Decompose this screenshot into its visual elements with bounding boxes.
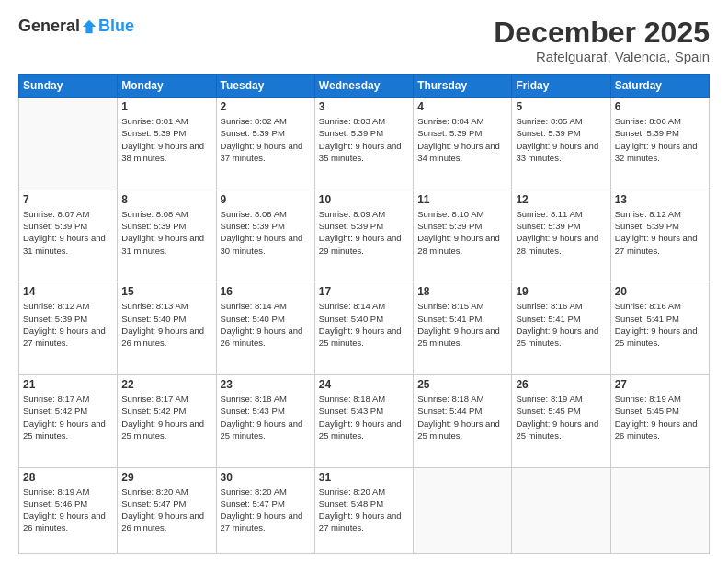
day-number: 5: [516, 100, 606, 113]
calendar-day-cell: [414, 467, 512, 554]
svg-marker-0: [83, 19, 96, 32]
calendar-day-cell: [610, 467, 709, 554]
calendar-day-cell: 28Sunrise: 8:19 AM Sunset: 5:46 PM Dayli…: [19, 467, 118, 554]
calendar-day-cell: 23Sunrise: 8:18 AM Sunset: 5:43 PM Dayli…: [216, 374, 314, 467]
calendar-day-cell: 31Sunrise: 8:20 AM Sunset: 5:48 PM Dayli…: [314, 467, 413, 554]
day-info: Sunrise: 8:19 AM Sunset: 5:45 PM Dayligh…: [615, 393, 705, 442]
day-number: 27: [615, 378, 705, 391]
logo-blue-text: Blue: [98, 17, 134, 36]
calendar-day-cell: 4Sunrise: 8:04 AM Sunset: 5:39 PM Daylig…: [414, 98, 512, 190]
calendar-day-cell: 17Sunrise: 8:14 AM Sunset: 5:40 PM Dayli…: [314, 282, 413, 375]
day-number: 22: [121, 378, 211, 391]
day-number: 24: [319, 378, 409, 391]
day-info: Sunrise: 8:01 AM Sunset: 5:39 PM Dayligh…: [121, 115, 211, 164]
calendar-day-cell: 22Sunrise: 8:17 AM Sunset: 5:42 PM Dayli…: [118, 374, 216, 467]
calendar-day-cell: 24Sunrise: 8:18 AM Sunset: 5:43 PM Dayli…: [314, 374, 413, 467]
logo: General Blue: [18, 17, 134, 36]
day-info: Sunrise: 8:17 AM Sunset: 5:42 PM Dayligh…: [121, 393, 211, 442]
calendar-week-row: 14Sunrise: 8:12 AM Sunset: 5:39 PM Dayli…: [19, 282, 710, 375]
weekday-header-tuesday: Tuesday: [216, 75, 314, 98]
weekday-header-sunday: Sunday: [19, 75, 118, 98]
calendar-day-cell: 29Sunrise: 8:20 AM Sunset: 5:47 PM Dayli…: [118, 467, 216, 554]
day-info: Sunrise: 8:06 AM Sunset: 5:39 PM Dayligh…: [615, 115, 705, 164]
day-info: Sunrise: 8:17 AM Sunset: 5:42 PM Dayligh…: [23, 393, 113, 442]
day-number: 21: [23, 378, 113, 391]
page: General Blue December 2025 Rafelguaraf, …: [0, 0, 728, 563]
day-info: Sunrise: 8:10 AM Sunset: 5:39 PM Dayligh…: [417, 208, 507, 257]
day-info: Sunrise: 8:18 AM Sunset: 5:44 PM Dayligh…: [417, 393, 507, 442]
day-number: 16: [221, 285, 311, 298]
day-info: Sunrise: 8:04 AM Sunset: 5:39 PM Dayligh…: [417, 115, 507, 164]
calendar-day-cell: 18Sunrise: 8:15 AM Sunset: 5:41 PM Dayli…: [414, 282, 512, 375]
day-info: Sunrise: 8:03 AM Sunset: 5:39 PM Dayligh…: [319, 115, 409, 164]
calendar-week-row: 1Sunrise: 8:01 AM Sunset: 5:39 PM Daylig…: [19, 98, 710, 190]
day-number: 23: [221, 378, 311, 391]
title-block: December 2025 Rafelguaraf, Valencia, Spa…: [494, 17, 710, 64]
weekday-header-wednesday: Wednesday: [314, 75, 413, 98]
day-number: 6: [615, 100, 705, 113]
day-number: 28: [23, 471, 113, 484]
month-title: December 2025: [494, 17, 710, 49]
day-info: Sunrise: 8:16 AM Sunset: 5:41 PM Dayligh…: [516, 300, 606, 349]
calendar: SundayMondayTuesdayWednesdayThursdayFrid…: [18, 74, 710, 554]
calendar-day-cell: 25Sunrise: 8:18 AM Sunset: 5:44 PM Dayli…: [414, 374, 512, 467]
day-number: 1: [121, 100, 211, 113]
day-info: Sunrise: 8:09 AM Sunset: 5:39 PM Dayligh…: [319, 208, 409, 257]
day-number: 20: [615, 285, 705, 298]
day-info: Sunrise: 8:20 AM Sunset: 5:47 PM Dayligh…: [221, 486, 311, 534]
calendar-day-cell: 19Sunrise: 8:16 AM Sunset: 5:41 PM Dayli…: [512, 282, 610, 375]
day-number: 7: [23, 193, 113, 206]
day-info: Sunrise: 8:08 AM Sunset: 5:39 PM Dayligh…: [221, 208, 311, 257]
day-number: 26: [516, 378, 606, 391]
day-info: Sunrise: 8:12 AM Sunset: 5:39 PM Dayligh…: [23, 300, 113, 349]
day-info: Sunrise: 8:05 AM Sunset: 5:39 PM Dayligh…: [516, 115, 606, 164]
weekday-header-row: SundayMondayTuesdayWednesdayThursdayFrid…: [19, 75, 710, 98]
calendar-day-cell: 8Sunrise: 8:08 AM Sunset: 5:39 PM Daylig…: [118, 190, 216, 282]
calendar-day-cell: 30Sunrise: 8:20 AM Sunset: 5:47 PM Dayli…: [216, 467, 314, 554]
day-number: 29: [121, 471, 211, 484]
calendar-day-cell: 21Sunrise: 8:17 AM Sunset: 5:42 PM Dayli…: [19, 374, 118, 467]
calendar-day-cell: 16Sunrise: 8:14 AM Sunset: 5:40 PM Dayli…: [216, 282, 314, 375]
calendar-day-cell: 26Sunrise: 8:19 AM Sunset: 5:45 PM Dayli…: [512, 374, 610, 467]
calendar-day-cell: 20Sunrise: 8:16 AM Sunset: 5:41 PM Dayli…: [610, 282, 709, 375]
day-number: 8: [121, 193, 211, 206]
calendar-day-cell: [512, 467, 610, 554]
day-number: 9: [221, 193, 311, 206]
calendar-day-cell: 27Sunrise: 8:19 AM Sunset: 5:45 PM Dayli…: [610, 374, 709, 467]
day-number: 14: [23, 285, 113, 298]
day-number: 17: [319, 285, 409, 298]
weekday-header-saturday: Saturday: [610, 75, 709, 98]
day-info: Sunrise: 8:20 AM Sunset: 5:47 PM Dayligh…: [121, 486, 211, 534]
day-number: 10: [319, 193, 409, 206]
calendar-day-cell: 2Sunrise: 8:02 AM Sunset: 5:39 PM Daylig…: [216, 98, 314, 190]
day-number: 13: [615, 193, 705, 206]
calendar-day-cell: 7Sunrise: 8:07 AM Sunset: 5:39 PM Daylig…: [19, 190, 118, 282]
weekday-header-friday: Friday: [512, 75, 610, 98]
calendar-day-cell: 11Sunrise: 8:10 AM Sunset: 5:39 PM Dayli…: [414, 190, 512, 282]
day-info: Sunrise: 8:18 AM Sunset: 5:43 PM Dayligh…: [221, 393, 311, 442]
day-info: Sunrise: 8:16 AM Sunset: 5:41 PM Dayligh…: [615, 300, 705, 349]
calendar-day-cell: 9Sunrise: 8:08 AM Sunset: 5:39 PM Daylig…: [216, 190, 314, 282]
location: Rafelguaraf, Valencia, Spain: [494, 49, 710, 64]
day-info: Sunrise: 8:08 AM Sunset: 5:39 PM Dayligh…: [121, 208, 211, 257]
calendar-week-row: 21Sunrise: 8:17 AM Sunset: 5:42 PM Dayli…: [19, 374, 710, 467]
day-info: Sunrise: 8:07 AM Sunset: 5:39 PM Dayligh…: [23, 208, 113, 257]
calendar-week-row: 28Sunrise: 8:19 AM Sunset: 5:46 PM Dayli…: [19, 467, 710, 554]
day-info: Sunrise: 8:11 AM Sunset: 5:39 PM Dayligh…: [516, 208, 606, 257]
day-number: 30: [221, 471, 311, 484]
day-info: Sunrise: 8:15 AM Sunset: 5:41 PM Dayligh…: [417, 300, 507, 349]
day-number: 12: [516, 193, 606, 206]
day-info: Sunrise: 8:12 AM Sunset: 5:39 PM Dayligh…: [615, 208, 705, 257]
calendar-day-cell: 10Sunrise: 8:09 AM Sunset: 5:39 PM Dayli…: [314, 190, 413, 282]
day-number: 25: [417, 378, 507, 391]
day-number: 4: [417, 100, 507, 113]
day-info: Sunrise: 8:18 AM Sunset: 5:43 PM Dayligh…: [319, 393, 409, 442]
calendar-day-cell: 12Sunrise: 8:11 AM Sunset: 5:39 PM Dayli…: [512, 190, 610, 282]
calendar-day-cell: [19, 98, 118, 190]
day-info: Sunrise: 8:02 AM Sunset: 5:39 PM Dayligh…: [221, 115, 311, 164]
calendar-day-cell: 3Sunrise: 8:03 AM Sunset: 5:39 PM Daylig…: [314, 98, 413, 190]
day-info: Sunrise: 8:14 AM Sunset: 5:40 PM Dayligh…: [221, 300, 311, 349]
calendar-day-cell: 13Sunrise: 8:12 AM Sunset: 5:39 PM Dayli…: [610, 190, 709, 282]
logo-general-text: General: [18, 17, 80, 36]
day-info: Sunrise: 8:13 AM Sunset: 5:40 PM Dayligh…: [121, 300, 211, 349]
